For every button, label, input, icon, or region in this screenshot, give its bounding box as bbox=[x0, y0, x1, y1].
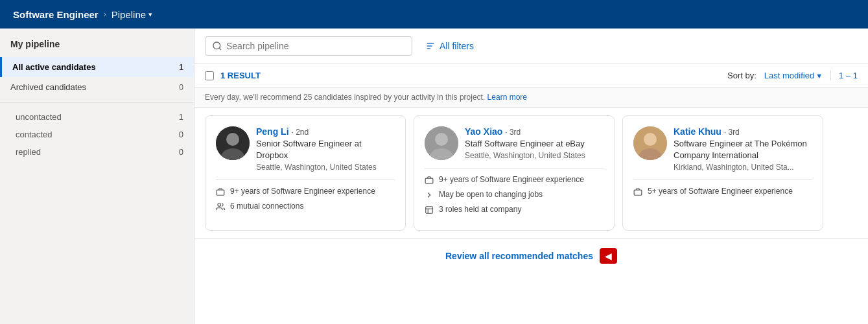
candidate-connection-2: · 3rd bbox=[724, 128, 740, 137]
sidebar-section-title: My pipeline bbox=[0, 39, 194, 57]
avatar-1 bbox=[425, 126, 458, 160]
cards-section: Peng Li · 2nd Senior Software Engineer a… bbox=[194, 108, 868, 238]
search-box[interactable] bbox=[205, 36, 412, 56]
search-input[interactable] bbox=[226, 41, 405, 51]
sidebar-sub-item-contacted[interactable]: contacted 0 bbox=[0, 126, 194, 143]
svg-rect-14 bbox=[426, 207, 433, 214]
sidebar-sub-contacted-count: 0 bbox=[179, 130, 183, 139]
candidate-connection-1: · 3rd bbox=[505, 128, 521, 137]
candidate-name-1[interactable]: Yao Xiao bbox=[465, 126, 502, 137]
svg-point-11 bbox=[435, 133, 448, 146]
candidate-location-0: Seattle, Washington, United States bbox=[256, 163, 395, 172]
card-open-1: May be open to changing jobs bbox=[425, 190, 604, 200]
sidebar-sub-item-uncontacted[interactable]: uncontacted 1 bbox=[0, 108, 194, 126]
candidate-card-0: Peng Li · 2nd Senior Software Engineer a… bbox=[205, 115, 406, 231]
sort-label: Sort by: bbox=[727, 71, 757, 80]
avatar-0 bbox=[216, 126, 250, 160]
candidate-name-2[interactable]: Katie Khuu bbox=[674, 126, 721, 137]
avatar-image-1 bbox=[425, 126, 458, 160]
card-experience-2: 5+ years of Software Engineer experience bbox=[633, 187, 812, 196]
sidebar-sub-contacted-label: contacted bbox=[16, 130, 52, 139]
candidate-experience-text-0: 9+ years of Software Engineer experience bbox=[230, 187, 375, 196]
candidate-location-2: Kirkland, Washington, United Sta... bbox=[674, 163, 812, 172]
candidate-title-1: Staff Software Engineer at eBay bbox=[465, 138, 604, 150]
sidebar-sub-item-replied[interactable]: replied 0 bbox=[0, 143, 194, 161]
experience-icon-2 bbox=[633, 187, 642, 196]
recommended-banner: Every day, we'll recommend 25 candidates… bbox=[194, 87, 868, 108]
pipeline-dropdown-arrow: ▾ bbox=[148, 10, 152, 19]
candidate-title-2: Software Engineer at The Pokémon Company… bbox=[674, 138, 812, 161]
card-divider-2a bbox=[633, 179, 812, 180]
review-area: Review all recommended matches ◀ bbox=[194, 238, 868, 273]
recommended-banner-text: Every day, we'll recommend 25 candidates… bbox=[205, 93, 485, 102]
sidebar-item-all-active-label: All active candidates bbox=[12, 62, 96, 72]
connections-icon-0 bbox=[216, 202, 225, 211]
svg-point-0 bbox=[213, 42, 220, 49]
card-divider-1a bbox=[425, 168, 604, 168]
avatar-image-0 bbox=[216, 126, 250, 160]
main-layout: My pipeline All active candidates 1 Arch… bbox=[0, 29, 868, 324]
open-icon-1 bbox=[425, 191, 434, 200]
candidate-roles-text-1: 3 roles held at company bbox=[439, 205, 521, 214]
select-all-checkbox[interactable] bbox=[205, 71, 214, 80]
candidate-name-0[interactable]: Peng Li bbox=[256, 126, 289, 137]
card-header-0: Peng Li · 2nd Senior Software Engineer a… bbox=[216, 126, 395, 172]
candidate-title-0: Senior Software Engineer at Dropbox bbox=[256, 138, 395, 161]
avatar-image-2 bbox=[633, 126, 667, 160]
sidebar-sub-uncontacted-count: 1 bbox=[179, 112, 183, 122]
review-arrow-badge: ◀ bbox=[600, 248, 617, 264]
sidebar-sub-replied-label: replied bbox=[16, 147, 41, 157]
sidebar-item-all-active-count: 1 bbox=[179, 63, 183, 72]
toolbar: All filters bbox=[194, 29, 868, 64]
sidebar-item-archived[interactable]: Archived candidates 0 bbox=[0, 77, 194, 97]
sidebar-item-all-active[interactable]: All active candidates 1 bbox=[0, 57, 194, 77]
roles-icon-1 bbox=[425, 205, 434, 214]
candidate-experience-text-1: 9+ years of Software Engineer experience bbox=[439, 175, 584, 184]
review-all-link[interactable]: Review all recommended matches bbox=[445, 251, 593, 261]
card-info-2: Katie Khuu · 3rd Software Engineer at Th… bbox=[674, 126, 812, 172]
app-header: Software Engineer › Pipeline ▾ bbox=[0, 0, 868, 29]
card-info-0: Peng Li · 2nd Senior Software Engineer a… bbox=[256, 126, 395, 172]
main-content: All filters 1 RESULT Sort by: Last modif… bbox=[194, 29, 868, 324]
breadcrumb-role[interactable]: Software Engineer bbox=[13, 9, 99, 20]
card-experience-0: 9+ years of Software Engineer experience bbox=[216, 187, 395, 196]
breadcrumb-pipeline[interactable]: Pipeline ▾ bbox=[111, 9, 152, 20]
candidate-open-text-1: May be open to changing jobs bbox=[439, 190, 543, 199]
filters-icon bbox=[425, 41, 436, 51]
candidate-experience-text-2: 5+ years of Software Engineer experience bbox=[648, 187, 793, 196]
learn-more-link[interactable]: Learn more bbox=[487, 93, 527, 102]
card-info-1: Yao Xiao · 3rd Staff Software Engineer a… bbox=[465, 126, 604, 160]
sort-value-button[interactable]: Last modified ▼ bbox=[764, 71, 823, 80]
card-header-2: Katie Khuu · 3rd Software Engineer at Th… bbox=[633, 126, 812, 172]
results-left: 1 RESULT bbox=[205, 71, 261, 80]
svg-rect-20 bbox=[634, 190, 642, 195]
sidebar-sub-uncontacted-label: uncontacted bbox=[16, 112, 62, 122]
card-experience-1: 9+ years of Software Engineer experience bbox=[425, 175, 604, 185]
cards-grid: Peng Li · 2nd Senior Software Engineer a… bbox=[205, 115, 858, 231]
card-connections-0: 6 mutual connections bbox=[216, 202, 395, 211]
candidate-location-1: Seattle, Washington, United States bbox=[465, 151, 604, 160]
sidebar-item-archived-label: Archived candidates bbox=[10, 82, 86, 92]
candidate-connections-text-0: 6 mutual connections bbox=[230, 202, 303, 211]
results-right: Sort by: Last modified ▼ 1 – 1 bbox=[727, 71, 858, 80]
svg-point-6 bbox=[226, 133, 239, 146]
results-count: 1 RESULT bbox=[220, 71, 261, 80]
all-filters-button[interactable]: All filters bbox=[420, 37, 479, 55]
results-bar: 1 RESULT Sort by: Last modified ▼ 1 – 1 bbox=[194, 64, 868, 87]
svg-point-18 bbox=[644, 133, 657, 146]
candidate-connection-0: · 2nd bbox=[291, 128, 309, 137]
sidebar-divider bbox=[0, 102, 194, 103]
sidebar: My pipeline All active candidates 1 Arch… bbox=[0, 29, 194, 324]
svg-line-1 bbox=[219, 48, 221, 50]
svg-rect-8 bbox=[217, 190, 224, 195]
filters-label: All filters bbox=[440, 41, 474, 51]
experience-icon-1 bbox=[425, 176, 434, 185]
card-header-1: Yao Xiao · 3rd Staff Software Engineer a… bbox=[425, 126, 604, 160]
search-icon bbox=[212, 41, 222, 51]
review-arrow-icon: ◀ bbox=[605, 251, 612, 261]
svg-point-9 bbox=[218, 203, 221, 207]
pagination: 1 – 1 bbox=[830, 71, 858, 80]
card-roles-1: 3 roles held at company bbox=[425, 205, 604, 214]
candidate-card-1: Yao Xiao · 3rd Staff Software Engineer a… bbox=[414, 115, 615, 231]
avatar-2 bbox=[633, 126, 667, 160]
